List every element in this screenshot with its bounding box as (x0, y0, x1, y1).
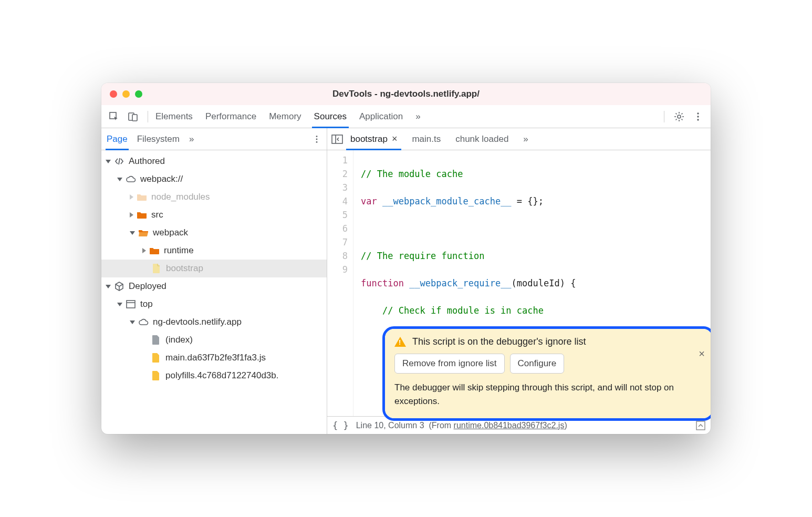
tree-heading-deployed[interactable]: Deployed (101, 277, 327, 295)
banner-description: The debugger will skip stepping through … (394, 381, 703, 409)
tree-label: src (151, 210, 163, 220)
file-icon (151, 335, 161, 345)
more-icon[interactable] (691, 109, 705, 124)
tree-item-top[interactable]: top (101, 295, 327, 313)
tree-item-mainjs[interactable]: main.da63f7b2fe3f1fa3.js (101, 349, 327, 367)
svg-rect-14 (696, 421, 705, 430)
tab-elements[interactable]: Elements (155, 105, 193, 128)
tab-sources[interactable]: Sources (314, 105, 347, 128)
file-js-icon (151, 370, 161, 381)
tree-label: bootstrap (166, 263, 203, 274)
svg-point-9 (316, 141, 318, 142)
tree-label: node_modules (151, 192, 210, 202)
editor-tabs-overflow[interactable]: » (516, 128, 535, 150)
titlebar: DevTools - ng-devtools.netlify.app/ (101, 83, 711, 105)
cursor-position: Line 10, Column 3 (From runtime.0b841bad… (356, 421, 567, 430)
editor-tabs: bootstrap × main.ts chunk loaded » (327, 128, 711, 150)
sidebar-tab-page[interactable]: Page (107, 128, 128, 150)
cloud-icon (138, 317, 149, 327)
svg-rect-2 (132, 115, 137, 121)
editor-tab-label: chunk loaded (455, 134, 508, 144)
file-tree: Authored webpack:// node_modules src (101, 150, 327, 434)
cloud-icon (126, 174, 136, 184)
tab-performance[interactable]: Performance (205, 105, 256, 128)
window-title: DevTools - ng-devtools.netlify.app/ (101, 89, 711, 99)
tree-label: top (140, 299, 153, 309)
folder-icon (137, 210, 147, 220)
editor-tab-label: bootstrap (350, 134, 388, 144)
tree-item-runtime[interactable]: runtime (101, 242, 327, 260)
tree-label: ng-devtools.netlify.app (153, 317, 242, 327)
svg-point-5 (697, 116, 699, 117)
tree-heading-authored[interactable]: Authored (101, 152, 327, 170)
remove-from-ignore-button[interactable]: Remove from ignore list (394, 354, 505, 374)
tree-item-node-modules[interactable]: node_modules (101, 188, 327, 206)
svg-point-6 (697, 119, 699, 120)
svg-point-8 (316, 138, 318, 140)
source-link[interactable]: runtime.0b841bad3967f3c2.js (454, 421, 565, 430)
zoom-icon[interactable] (135, 90, 142, 98)
tree-label: runtime (164, 245, 194, 256)
tree-item-src[interactable]: src (101, 206, 327, 224)
close-icon[interactable]: × (699, 348, 705, 360)
select-element-icon[interactable] (107, 109, 121, 124)
sidebar-tab-filesystem[interactable]: Filesystem (137, 128, 180, 150)
code-icon (114, 156, 124, 167)
sidebar-tabs-overflow[interactable]: » (189, 128, 194, 150)
file-js-icon (151, 353, 161, 363)
tree-item-bootstrap[interactable]: bootstrap (101, 260, 327, 277)
package-icon (114, 281, 124, 292)
toggle-navigator-icon[interactable] (331, 135, 343, 144)
devtools-window: DevTools - ng-devtools.netlify.app/ Elem… (101, 83, 711, 434)
editor-tab-bootstrap[interactable]: bootstrap × (343, 128, 404, 150)
line-gutter: 1 2 3 4 5 6 7 8 9 (327, 150, 353, 416)
svg-rect-10 (127, 301, 135, 308)
editor-tab-chunk[interactable]: chunk loaded (448, 128, 516, 150)
banner-title-text: This script is on the debugger's ignore … (412, 336, 586, 347)
folder-open-icon (138, 228, 149, 238)
tabs-overflow[interactable]: » (415, 105, 420, 128)
traffic-lights (110, 90, 142, 98)
toolbar-divider (664, 111, 664, 122)
tree-label: Deployed (129, 281, 166, 292)
svg-point-4 (697, 112, 699, 114)
sidebar-tabs: Page Filesystem » (101, 128, 327, 150)
ignore-list-highlight: This script is on the debugger's ignore … (382, 326, 711, 421)
editor-tab-main[interactable]: main.ts (404, 128, 448, 150)
tree-label: webpack (153, 228, 188, 238)
tree-label: main.da63f7b2fe3f1fa3.js (165, 353, 266, 363)
minimize-icon[interactable] (122, 90, 130, 98)
tree-item-webpack-folder[interactable]: webpack (101, 224, 327, 242)
warning-icon (394, 337, 406, 347)
frame-icon (126, 299, 136, 309)
editor-tab-label: main.ts (412, 134, 441, 144)
toolbar-divider (148, 111, 148, 122)
more-icon[interactable] (312, 135, 321, 144)
svg-point-7 (316, 136, 318, 137)
close-icon[interactable]: × (392, 133, 398, 144)
tree-item-webpack[interactable]: webpack:// (101, 170, 327, 188)
ignore-list-banner: This script is on the debugger's ignore … (385, 329, 711, 418)
tree-item-index[interactable]: (index) (101, 331, 327, 349)
close-icon[interactable] (110, 90, 117, 98)
panel-tabs: Elements Performance Memory Sources Appl… (155, 105, 421, 128)
format-icon[interactable]: { } (332, 420, 349, 431)
sidebar: Page Filesystem » Authored webpack:// (101, 128, 327, 434)
svg-point-3 (678, 115, 681, 118)
tree-label: polyfills.4c768d7122740d3b. (165, 370, 279, 381)
file-icon (151, 263, 162, 274)
tree-label: (index) (165, 335, 193, 345)
folder-icon (137, 192, 147, 202)
main-toolbar: Elements Performance Memory Sources Appl… (101, 105, 711, 128)
gear-icon[interactable] (672, 109, 686, 124)
tree-item-domain[interactable]: ng-devtools.netlify.app (101, 313, 327, 331)
tab-application[interactable]: Application (359, 105, 403, 128)
tab-memory[interactable]: Memory (269, 105, 301, 128)
tree-item-polyfills[interactable]: polyfills.4c768d7122740d3b. (101, 367, 327, 385)
collapse-icon[interactable] (696, 421, 705, 430)
device-toggle-icon[interactable] (126, 109, 140, 124)
folder-icon (149, 245, 160, 256)
tree-label: webpack:// (140, 174, 183, 184)
configure-button[interactable]: Configure (510, 354, 565, 374)
tree-label: Authored (129, 156, 165, 167)
